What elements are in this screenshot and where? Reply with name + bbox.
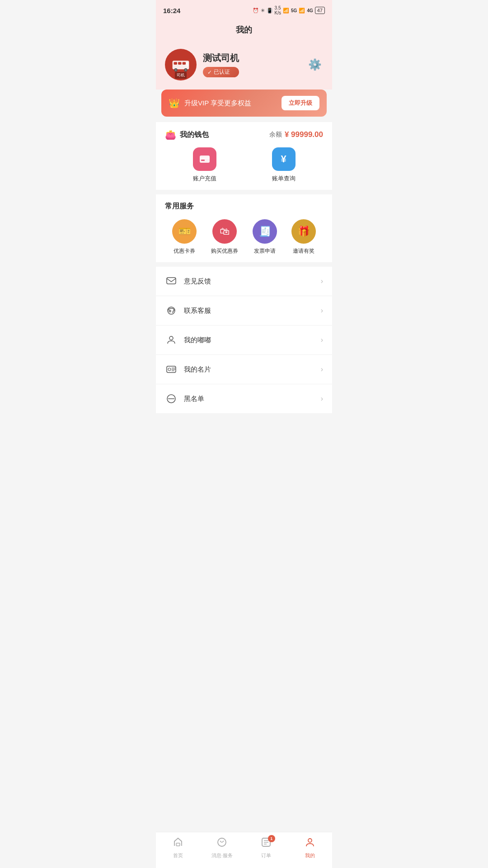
coupon-card-icon: 🎫 [172,219,197,244]
customer-service-icon [165,304,178,317]
bluetooth-icon: ✳ [261,8,265,14]
menu-item-customer-service[interactable]: 联系客服 › [156,296,332,326]
orders-badge: 1 [268,835,275,842]
vip-banner-left: 👑 升级VIP 享受更多权益 [169,98,251,108]
wallet-header: 👛 我的钱包 余额 ¥ 99999.00 [165,129,323,140]
my-card-icon [165,363,178,376]
feedback-label: 意见反馈 [184,277,321,286]
wallet-balance-amount: ¥ 99999.00 [285,130,323,139]
service-coupon-card[interactable]: 🎫 优惠卡券 [172,219,197,255]
svg-rect-1 [174,62,177,65]
nav-item-mine[interactable]: 我的 [288,837,333,859]
nav-item-messages[interactable]: 消息·服务 [200,837,244,859]
bill-label: 账单查询 [272,175,296,183]
menu-list: 意见反馈 › 联系客服 › 我的嘟嘟 › [156,267,332,413]
nav-item-orders[interactable]: 1 订单 [244,837,288,859]
customer-service-label: 联系客服 [184,307,321,315]
status-time: 16:24 [163,7,180,14]
alarm-icon: ⏰ [253,8,259,14]
buy-coupon-label: 购买优惠券 [211,247,238,255]
invoice-icon: 🧾 [253,219,277,244]
blacklist-icon [165,392,178,405]
wallet-balance-label: 余额 [269,131,282,139]
invite-label: 邀请有奖 [293,247,314,255]
coupon-card-label: 优惠卡券 [174,247,195,255]
profile-name: 测试司机 [203,52,239,64]
feedback-icon [165,275,178,288]
wallet-action-recharge[interactable]: 账户充值 [165,147,244,183]
my-card-label: 我的名片 [184,365,321,374]
wallet-balance-wrap: 余额 ¥ 99999.00 [269,130,323,139]
wifi-icon: 📶 [283,8,289,14]
page-title: 我的 [236,25,252,34]
vibrate-icon: 📳 [267,8,273,14]
svg-rect-12 [167,278,176,284]
avatar: 司机 [165,49,197,80]
invoice-label: 发票申请 [254,247,276,255]
wallet-title: 我的钱包 [180,130,209,140]
badge-text: 已认证 [214,68,230,76]
services-grid: 🎫 优惠卡券 🛍 购买优惠券 🧾 发票申请 🎁 邀请有奖 [165,219,323,255]
svg-rect-2 [178,62,181,65]
bill-icon: ¥ [272,147,296,171]
messages-nav-icon [216,837,227,850]
wallet-actions: 账户充值 ¥ 账单查询 [165,147,323,183]
svg-rect-23 [176,843,180,846]
signal-icon: 📶 [299,8,305,14]
svg-rect-11 [201,160,205,161]
profile-section: 司机 测试司机 ✓ 已认证 ⚙️ [156,44,332,90]
home-nav-label: 首页 [173,852,183,859]
my-card-arrow: › [321,365,323,373]
svg-rect-8 [186,62,188,66]
nav-item-home[interactable]: 首页 [156,837,200,859]
mine-nav-icon [305,837,315,850]
svg-point-5 [175,69,177,71]
service-invite[interactable]: 🎁 邀请有奖 [291,219,316,255]
profile-badge: ✓ 已认证 [203,67,239,77]
service-invoice[interactable]: 🧾 发票申请 [253,219,277,255]
customer-service-arrow: › [321,307,323,315]
speed-indicator: 3.5K/s [275,5,281,15]
recharge-label: 账户充值 [193,175,216,183]
svg-rect-3 [183,62,186,65]
invite-icon: 🎁 [291,219,316,244]
wallet-icon: 👛 [165,129,176,140]
my-nunu-label: 我的嘟嘟 [184,336,321,344]
badge-icon: ✓ [207,69,212,75]
blacklist-arrow: › [321,395,323,403]
feedback-arrow: › [321,277,323,285]
status-icons: ⏰ ✳ 📳 3.5K/s 📶 5G 📶 4G 47 [253,5,325,15]
menu-item-blacklist[interactable]: 黑名单 › [156,384,332,413]
recharge-icon [193,147,216,171]
menu-item-feedback[interactable]: 意见反馈 › [156,267,332,296]
wallet-section: 👛 我的钱包 余额 ¥ 99999.00 账户充值 [156,122,332,190]
5g-icon: 5G [291,8,297,13]
settings-button[interactable]: ⚙️ [307,57,323,73]
svg-point-14 [169,310,171,312]
orders-nav-label: 订单 [261,852,271,859]
page-header: 我的 [156,20,332,44]
orders-nav-icon: 1 [261,837,272,850]
battery-icon: 47 [315,7,325,14]
wallet-action-bill[interactable]: ¥ 账单查询 [244,147,323,183]
services-section: 常用服务 🎫 优惠卡券 🛍 购买优惠券 🧾 发票申请 [156,194,332,262]
svg-rect-10 [200,157,210,159]
crown-icon: 👑 [169,98,180,108]
profile-info: 测试司机 ✓ 已认证 [203,52,239,77]
svg-point-7 [185,69,187,71]
menu-item-my-card[interactable]: 我的名片 › [156,355,332,384]
messages-nav-label: 消息·服务 [211,852,233,859]
bottom-nav: 首页 消息·服务 1 订单 我的 [156,832,332,868]
my-nunu-arrow: › [321,336,323,344]
svg-point-29 [308,839,312,842]
service-buy-coupon[interactable]: 🛍 购买优惠券 [211,219,238,255]
4g-icon: 4G [307,8,313,13]
svg-point-15 [169,336,173,340]
gear-icon: ⚙️ [308,58,322,71]
vip-text: 升级VIP 享受更多权益 [184,99,251,108]
wallet-title-wrap: 👛 我的钱包 [165,129,209,140]
vip-banner[interactable]: 👑 升级VIP 享受更多权益 立即升级 [161,90,327,117]
menu-item-my-nunu[interactable]: 我的嘟嘟 › [156,326,332,355]
profile-left: 司机 测试司机 ✓ 已认证 [165,49,239,80]
vip-upgrade-button[interactable]: 立即升级 [282,96,319,110]
